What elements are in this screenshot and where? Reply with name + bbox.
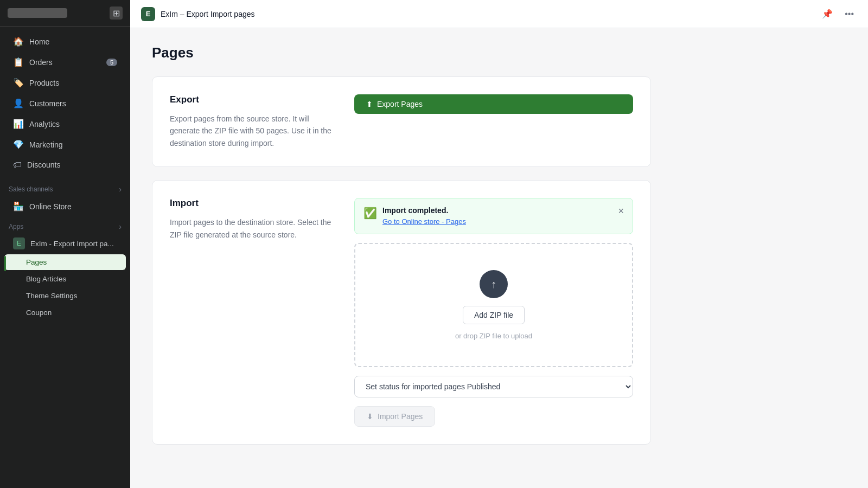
export-section-left: Export Export pages from the source stor… — [170, 94, 333, 149]
import-section-card: Import Import pages to the destination s… — [152, 180, 651, 445]
export-description: Export pages from the source store. It w… — [170, 113, 333, 149]
import-completed-banner: ✅ Import completed. Go to Online store -… — [354, 198, 633, 234]
sidebar-sub-item-coupon[interactable]: Coupon — [4, 305, 126, 320]
import-button-label: Import Pages — [378, 412, 423, 421]
sidebar-sub-item-pages[interactable]: Pages — [4, 254, 126, 270]
status-select[interactable]: Set status for imported pages Published … — [354, 376, 633, 397]
sidebar-item-online-store-label: Online Store — [29, 202, 72, 211]
import-description: Import pages to the destination store. S… — [170, 216, 333, 241]
sidebar-top: ⊞ — [0, 0, 130, 27]
banner-close-button[interactable]: × — [618, 206, 624, 216]
chevron-right-icon: › — [119, 185, 122, 194]
main-content: E ExIm – Export Import pages 📌 ••• Pages… — [130, 0, 868, 488]
sidebar-item-customers[interactable]: 👤 Customers — [4, 93, 126, 113]
apps-chevron-icon: › — [119, 222, 122, 231]
upload-icon: ⬆ — [366, 100, 373, 108]
banner-link[interactable]: Go to Online store - Pages — [382, 217, 466, 226]
sidebar-item-products[interactable]: 🏷️ Products — [4, 73, 126, 93]
sidebar-item-products-label: Products — [29, 79, 59, 87]
topbar: E ExIm – Export Import pages 📌 ••• — [130, 0, 868, 28]
topbar-app-icon: E — [141, 7, 155, 21]
analytics-icon: 📊 — [13, 119, 24, 129]
store-name — [8, 8, 67, 18]
pin-button[interactable]: 📌 — [819, 7, 836, 21]
sidebar-toggle-button[interactable]: ⊞ — [110, 7, 123, 20]
sidebar: ⊞ 🏠 Home 📋 Orders 5 🏷️ Products 👤 Custom… — [0, 0, 130, 488]
sidebar-item-online-store[interactable]: 🏪 Online Store — [4, 196, 126, 216]
customers-icon: 👤 — [13, 98, 24, 108]
upload-circle-icon: ↑ — [480, 270, 508, 298]
online-store-icon: 🏪 — [13, 201, 24, 211]
sales-channels-section: Sales channels › — [0, 179, 130, 196]
arrow-up-icon: ↑ — [491, 278, 496, 291]
sidebar-item-analytics-label: Analytics — [29, 120, 60, 129]
sidebar-item-home-label: Home — [29, 37, 49, 46]
banner-content: Import completed. Go to Online store - P… — [382, 206, 612, 226]
apps-label: Apps — [9, 223, 23, 230]
apps-section: Apps › — [0, 217, 130, 233]
page-title: Pages — [152, 44, 651, 61]
page-content: Pages Export Export pages from the sourc… — [130, 28, 673, 474]
sidebar-nav: 🏠 Home 📋 Orders 5 🏷️ Products 👤 Customer… — [0, 27, 130, 179]
export-heading: Export — [170, 94, 333, 105]
topbar-title: ExIm – Export Import pages — [161, 10, 255, 18]
orders-icon: 📋 — [13, 57, 24, 67]
import-heading: Import — [170, 198, 333, 209]
download-icon: ⬇ — [367, 412, 373, 421]
check-circle-icon: ✅ — [363, 207, 377, 220]
sidebar-item-discounts-label: Discounts — [27, 160, 60, 169]
sales-channels-label: Sales channels — [9, 185, 53, 193]
orders-badge: 5 — [106, 59, 117, 66]
export-section-right: ⬆ Export Pages — [354, 94, 633, 114]
exim-app-label: ExIm - Export Import pa... — [30, 240, 114, 248]
sidebar-sub-item-theme-settings[interactable]: Theme Settings — [4, 288, 126, 304]
sidebar-sub-item-blog-articles[interactable]: Blog Articles — [4, 271, 126, 287]
active-indicator — [4, 256, 6, 271]
sidebar-item-customers-label: Customers — [29, 99, 66, 108]
import-section-left: Import Import pages to the destination s… — [170, 198, 333, 241]
import-section-right: ✅ Import completed. Go to Online store -… — [354, 198, 633, 427]
exim-app-icon: E — [13, 237, 25, 249]
sidebar-item-discounts[interactable]: 🏷 Discounts — [4, 155, 126, 175]
add-zip-button[interactable]: Add ZIP file — [463, 306, 525, 324]
sidebar-item-orders[interactable]: 📋 Orders 5 — [4, 52, 126, 72]
discounts-icon: 🏷 — [13, 160, 22, 170]
sidebar-item-orders-label: Orders — [29, 58, 53, 67]
topbar-actions: 📌 ••• — [819, 7, 857, 21]
products-icon: 🏷️ — [13, 78, 24, 88]
sidebar-app-exim[interactable]: E ExIm - Export Import pa... — [4, 234, 126, 253]
export-button-label: Export Pages — [377, 100, 423, 108]
sidebar-item-marketing-label: Marketing — [29, 140, 62, 149]
export-pages-button[interactable]: ⬆ Export Pages — [354, 94, 633, 114]
sidebar-item-marketing[interactable]: 💎 Marketing — [4, 134, 126, 155]
upload-area[interactable]: ↑ Add ZIP file or drop ZIP file to uploa… — [354, 243, 633, 367]
sidebar-item-analytics[interactable]: 📊 Analytics — [4, 114, 126, 134]
sidebar-item-home[interactable]: 🏠 Home — [4, 31, 126, 52]
grid-icon: ⊞ — [113, 8, 120, 18]
banner-title: Import completed. — [382, 206, 612, 215]
upload-hint-text: or drop ZIP file to upload — [455, 332, 532, 340]
import-pages-button[interactable]: ⬇ Import Pages — [354, 406, 435, 427]
marketing-icon: 💎 — [13, 139, 24, 150]
export-section-card: Export Export pages from the source stor… — [152, 76, 651, 167]
more-button[interactable]: ••• — [841, 7, 857, 21]
home-icon: 🏠 — [13, 36, 24, 47]
